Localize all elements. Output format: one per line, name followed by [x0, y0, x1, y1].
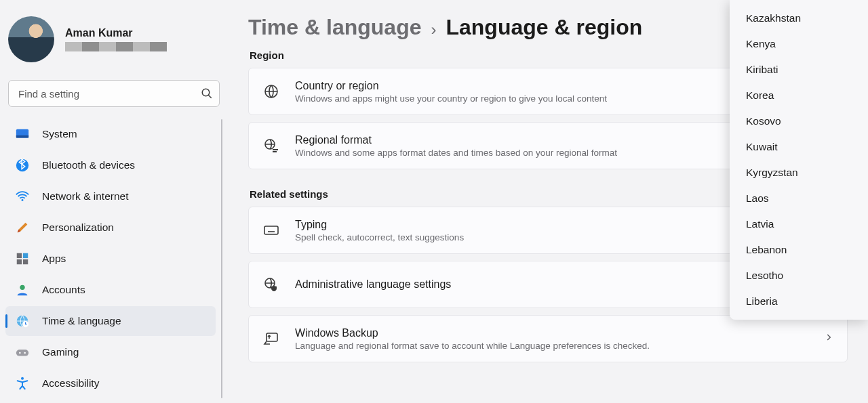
nav-item-personalization[interactable]: Personalization [5, 213, 216, 242]
country-option[interactable]: Kyrgyzstan [730, 160, 868, 186]
profile-email-redacted [65, 42, 167, 51]
globe-shield-icon [262, 276, 280, 293]
search-icon [201, 87, 213, 100]
country-option[interactable]: Kenya [730, 31, 868, 57]
card-sub: Language and regional format save to acc… [295, 341, 809, 351]
keyboard-icon [262, 221, 280, 239]
nav-list: System Bluetooth & devices Network & int… [5, 119, 222, 398]
svg-point-0 [202, 89, 210, 96]
card-title: Windows Backup [295, 327, 809, 339]
nav-item-network[interactable]: Network & internet [5, 182, 216, 211]
svg-point-14 [19, 352, 21, 354]
accessibility-icon [15, 376, 30, 391]
country-option[interactable]: Laos [730, 186, 868, 211]
svg-point-10 [20, 285, 24, 290]
country-option[interactable]: Kiribati [730, 57, 868, 83]
wifi-icon [15, 189, 30, 204]
person-icon [15, 282, 30, 297]
svg-rect-21 [267, 333, 277, 341]
nav-item-gaming[interactable]: Gaming [5, 337, 216, 367]
card-windows-backup[interactable]: Windows Backup Language and regional for… [248, 315, 848, 362]
nav-item-accounts[interactable]: Accounts [5, 275, 216, 305]
nav-label: Personalization [42, 221, 114, 234]
nav-label: Apps [42, 253, 66, 265]
svg-point-5 [22, 199, 24, 201]
nav-item-bluetooth[interactable]: Bluetooth & devices [5, 150, 216, 180]
system-icon [15, 127, 30, 142]
nav-item-accessibility[interactable]: Accessibility [5, 368, 216, 398]
avatar [8, 16, 54, 62]
globe-text-icon [262, 137, 280, 154]
svg-rect-7 [23, 253, 28, 258]
nav-scrollbar[interactable] [221, 119, 222, 398]
sidebar: Aman Kumar System [0, 0, 228, 403]
globe-icon [262, 83, 280, 100]
nav-item-apps[interactable]: Apps [5, 244, 216, 274]
chevron-right-icon: › [431, 20, 436, 39]
breadcrumb-parent[interactable]: Time & language [248, 15, 421, 40]
svg-line-1 [208, 95, 212, 98]
paintbrush-icon [15, 220, 30, 235]
svg-rect-19 [264, 226, 278, 234]
nav-label: Accessibility [42, 377, 99, 389]
apps-icon [15, 251, 30, 266]
svg-rect-6 [17, 253, 22, 258]
svg-rect-9 [23, 259, 28, 264]
chevron-right-icon [824, 333, 833, 345]
backup-icon [262, 330, 280, 347]
svg-point-16 [21, 377, 24, 380]
country-option[interactable]: Latvia [730, 211, 868, 237]
svg-rect-8 [17, 259, 22, 264]
search-input[interactable] [8, 80, 220, 107]
country-option[interactable]: Lesotho [730, 263, 868, 289]
profile-block[interactable]: Aman Kumar [5, 14, 222, 70]
profile-name: Aman Kumar [65, 27, 167, 39]
svg-point-4 [16, 159, 28, 171]
nav-label: Gaming [42, 346, 79, 358]
country-option[interactable]: Kosovo [730, 108, 868, 134]
nav-label: Network & internet [42, 190, 129, 203]
nav-item-system[interactable]: System [5, 119, 216, 149]
svg-rect-13 [16, 349, 28, 356]
svg-rect-3 [16, 135, 28, 138]
nav-label: Bluetooth & devices [42, 159, 135, 171]
nav-label: Time & language [42, 315, 121, 327]
globe-clock-icon [15, 314, 30, 328]
nav-label: Accounts [42, 284, 85, 296]
country-option[interactable]: Lebanon [730, 237, 868, 263]
country-option[interactable]: Korea [730, 83, 868, 108]
country-dropdown[interactable]: KazakhstanKenyaKiribatiKoreaKosovoKuwait… [730, 0, 868, 320]
page-title: Language & region [446, 15, 642, 40]
country-option[interactable]: Liberia [730, 289, 868, 314]
nav-item-time-language[interactable]: Time & language [5, 306, 216, 336]
bluetooth-icon [15, 158, 30, 173]
nav-label: System [42, 128, 77, 140]
gamepad-icon [15, 345, 30, 360]
country-option[interactable]: Kuwait [730, 134, 868, 160]
svg-point-15 [24, 352, 26, 354]
country-option[interactable]: Kazakhstan [730, 5, 868, 31]
